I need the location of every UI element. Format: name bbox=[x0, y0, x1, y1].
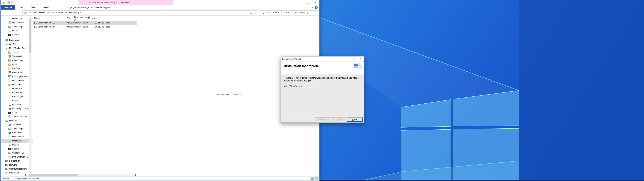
sidebar-item[interactable]: Opgeslagen spellen bbox=[1, 106, 32, 110]
sidebar-item-icon bbox=[5, 160, 8, 162]
refresh-icon[interactable]: ↻ bbox=[254, 12, 256, 15]
table-row[interactable]: EasySettingMSIx64 Windows Installer-pakk… bbox=[33, 25, 137, 29]
scroll-up-icon[interactable] bbox=[29, 16, 32, 18]
explorer-main: Downloads Documenten Afbeeldingen Muziek bbox=[1, 16, 319, 174]
up-icon[interactable]: ↑ bbox=[17, 10, 22, 16]
sidebar-item[interactable]: OneDrive bbox=[1, 102, 32, 106]
sidebar-item[interactable]: Favorieten bbox=[1, 90, 32, 94]
sidebar-item[interactable]: Video's bbox=[1, 110, 32, 115]
scrollbar-track[interactable] bbox=[27, 174, 134, 176]
sidebar-item[interactable]: Downloads bbox=[1, 139, 32, 143]
properties-check-icon[interactable] bbox=[7, 2, 10, 4]
sidebar-item-label: Prullenbak bbox=[9, 172, 19, 174]
sidebar-item[interactable]: 3D-objecten bbox=[1, 123, 32, 127]
column-header[interactable]: Type bbox=[56, 16, 73, 20]
sidebar-item[interactable]: Video's bbox=[1, 147, 32, 151]
sidebar-item-icon bbox=[8, 128, 11, 130]
sidebar-item[interactable]: Marc Van Der Eecker bbox=[1, 46, 32, 50]
recent-locations-chevron-icon[interactable] bbox=[12, 10, 17, 16]
help-icon[interactable]: ? bbox=[315, 6, 318, 9]
column-header[interactable]: Gecomprimeerde gr... bbox=[73, 16, 87, 20]
sidebar-item[interactable]: Koppelingen bbox=[1, 94, 32, 98]
column-header[interactable]: Met wacht... bbox=[87, 16, 100, 20]
column-header[interactable]: Naam bbox=[33, 16, 56, 20]
dialog-button[interactable]: Close bbox=[347, 118, 362, 121]
back-icon[interactable]: ← bbox=[2, 10, 7, 16]
sidebar-item[interactable]: Documenten bbox=[1, 20, 32, 25]
ribbon-tab-row: BestandStartDelenBeeldHulpprogramma's vo… bbox=[1, 5, 319, 10]
sidebar-item[interactable]: Zoekopdrachten bbox=[1, 115, 32, 119]
new-folder-icon[interactable] bbox=[11, 2, 13, 4]
sidebar-item[interactable]: Afbeeldingen bbox=[1, 58, 32, 62]
sidebar-item[interactable]: Prullenbak bbox=[1, 171, 32, 174]
forward-icon[interactable]: → bbox=[7, 10, 12, 16]
sidebar-item-icon bbox=[8, 136, 11, 138]
table-row[interactable]: EasySettingMSIx32 Windows Installer-pakk… bbox=[33, 21, 137, 25]
sidebar-item[interactable]: .cache bbox=[1, 50, 32, 54]
sidebar-item[interactable]: Muziek bbox=[1, 29, 32, 33]
ribbon-tab[interactable]: Hulpprogramma's voor gecomprimeerde mapp… bbox=[62, 5, 113, 10]
breadcrumb-item[interactable]: ›1616121089539_EasySettingMSI (1) bbox=[50, 12, 85, 14]
sidebar-item[interactable]: AppData bbox=[1, 66, 32, 70]
address-dropdown-chevron-icon[interactable] bbox=[250, 13, 252, 14]
dialog-close-button[interactable]: ✕ bbox=[358, 56, 364, 62]
ribbon-tab[interactable]: Start bbox=[16, 5, 27, 10]
ribbon-tab[interactable]: Delen bbox=[27, 5, 40, 10]
dialog-button[interactable]: < Back bbox=[331, 118, 346, 121]
sidebar-item[interactable]: Video's bbox=[1, 33, 32, 37]
ribbon-controls: ? bbox=[311, 5, 318, 10]
details-view-button[interactable] bbox=[310, 177, 314, 180]
sidebar-item-label: Configuratiescherm bbox=[9, 168, 27, 170]
sidebar-item[interactable]: Afbeeldingen bbox=[1, 25, 32, 29]
sidebar-item[interactable]: Muziek bbox=[1, 143, 32, 147]
sidebar-item[interactable]: Bureaublad bbox=[1, 131, 32, 135]
dialog-minimize-button[interactable]: — bbox=[344, 56, 351, 62]
sidebar-item[interactable]: Deze pc bbox=[1, 119, 32, 123]
scroll-left-icon[interactable] bbox=[24, 174, 27, 176]
search-box[interactable] bbox=[260, 10, 319, 15]
scroll-down-icon[interactable] bbox=[29, 170, 32, 174]
navigation-pane-scrollbar[interactable] bbox=[29, 16, 32, 174]
minimize-button[interactable]: — bbox=[296, 0, 304, 5]
sidebar-item[interactable]: OneDrive bbox=[1, 42, 32, 46]
sidebar-item[interactable]: Bureaublad bbox=[1, 38, 32, 42]
sidebar-item[interactable]: Documenten bbox=[1, 135, 32, 139]
sidebar-item[interactable]: Bureaublad bbox=[1, 70, 32, 74]
sidebar-item[interactable]: Contactpersonen bbox=[1, 74, 32, 78]
file-list-horizontal-scrollbar[interactable] bbox=[24, 174, 137, 176]
ribbon-tab[interactable]: Beeld bbox=[40, 5, 52, 10]
sidebar-item[interactable]: ansel bbox=[1, 62, 32, 66]
thumbnails-view-button[interactable] bbox=[314, 177, 318, 180]
sidebar-item[interactable]: Documenten bbox=[1, 78, 32, 82]
scroll-right-icon[interactable] bbox=[134, 174, 137, 176]
sidebar-item[interactable]: Netwerk bbox=[1, 163, 32, 167]
qat-customize-chevron-icon[interactable] bbox=[14, 2, 16, 4]
scrollbar-thumb[interactable] bbox=[29, 19, 31, 52]
sidebar-item[interactable]: 3D-objecten bbox=[1, 54, 32, 58]
scrollbar-thumb[interactable] bbox=[29, 174, 78, 176]
address-bar[interactable]: ›Deze pc›Downloads›1616121089539_EasySet… bbox=[22, 10, 258, 15]
sidebar-item-label: ansel bbox=[12, 63, 17, 66]
sidebar-item[interactable]: Configuratiescherm bbox=[1, 167, 32, 171]
sidebar-item[interactable]: Windows (C:) bbox=[1, 151, 32, 155]
close-button[interactable]: ✕ bbox=[312, 0, 319, 5]
sidebar-item[interactable]: Muziek bbox=[1, 98, 32, 102]
expand-ribbon-chevron-icon[interactable] bbox=[311, 7, 313, 8]
ribbon-tab[interactable]: Bestand bbox=[1, 5, 16, 10]
sidebar-item[interactable]: Afbeeldingen bbox=[1, 127, 32, 131]
sidebar-item-label: Bureaublad bbox=[9, 39, 20, 42]
breadcrumb-item[interactable]: ›Deze pc bbox=[26, 12, 36, 14]
breadcrumb-item[interactable]: ›Downloads bbox=[36, 12, 49, 14]
search-input[interactable] bbox=[266, 12, 316, 14]
sidebar-item[interactable]: Dvd-rw-station (G:) bbox=[1, 155, 32, 159]
sidebar-item[interactable]: Documents bbox=[1, 82, 32, 86]
sidebar-item[interactable]: Downloads bbox=[1, 16, 32, 20]
dialog-title: Easy Setting Box bbox=[286, 58, 301, 60]
maximize-button[interactable]: □ bbox=[304, 0, 312, 5]
sidebar-item[interactable]: Downloads bbox=[1, 86, 32, 90]
dialog-header: Installation Incomplete bbox=[281, 62, 364, 74]
file-size: 23.667 kB bbox=[88, 22, 105, 24]
dialog-button[interactable]: Cancel bbox=[315, 118, 330, 121]
sidebar-item[interactable]: Bibliotheken bbox=[1, 159, 32, 163]
sidebar-item-label: Zoekopdrachten bbox=[12, 116, 27, 118]
